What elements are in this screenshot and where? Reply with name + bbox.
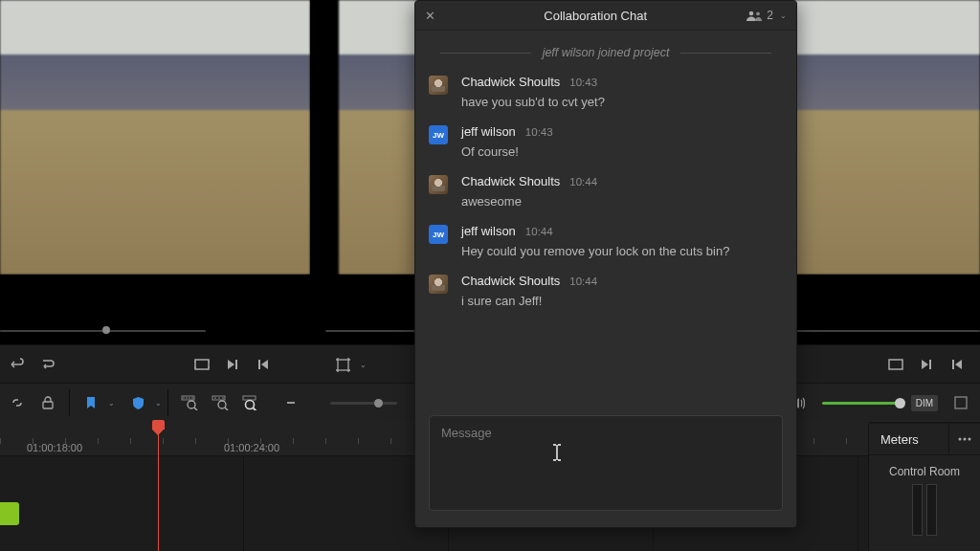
mute-box-icon[interactable]	[949, 391, 972, 414]
message-author: Chadwick Shoults	[461, 174, 560, 188]
match-frame-right-icon[interactable]	[884, 353, 907, 376]
chat-message: Chadwick Shoults10:44i sure can Jeff!	[429, 274, 783, 308]
svg-point-19	[756, 11, 760, 15]
svg-point-9	[188, 401, 195, 408]
next-clip-right-icon[interactable]	[915, 353, 938, 376]
avatar	[429, 275, 448, 294]
message-text: Hey could you remove your lock on the cu…	[461, 244, 729, 258]
avatar: JW	[429, 225, 448, 244]
chat-header: ✕ Collaboration Chat 2 ⌄	[415, 1, 796, 31]
zoom-slider-thumb[interactable]	[374, 399, 383, 408]
meters-title: Meters	[869, 432, 948, 447]
message-time: 10:44	[525, 226, 553, 237]
svg-rect-6	[952, 360, 954, 369]
chevron-down-icon: ⌄	[780, 11, 787, 20]
prev-clip-right-icon[interactable]	[946, 353, 969, 376]
chevron-down-icon[interactable]: ⌄	[360, 361, 367, 369]
svg-rect-0	[195, 360, 209, 369]
chat-title: Collaboration Chat	[444, 9, 746, 23]
green-marker[interactable]	[0, 502, 19, 525]
message-time: 10:43	[525, 126, 553, 138]
separator	[69, 389, 70, 416]
source-viewer[interactable]	[0, 0, 310, 275]
message-time: 10:44	[569, 176, 597, 187]
volume-slider-thumb[interactable]	[895, 398, 905, 408]
avatar	[429, 175, 448, 194]
svg-rect-2	[258, 360, 260, 369]
dim-button[interactable]: DIM	[911, 395, 938, 411]
track-divider	[858, 455, 858, 551]
message-input[interactable]	[429, 415, 783, 511]
message-text: i sure can Jeff!	[461, 294, 597, 308]
loop-back-icon[interactable]	[6, 353, 29, 376]
range-zoom-in-icon[interactable]	[178, 391, 201, 414]
svg-point-18	[749, 11, 754, 15]
collaboration-chat-panel: ✕ Collaboration Chat 2 ⌄ jeff wilson joi…	[414, 0, 797, 528]
participants-count: 2	[767, 9, 773, 22]
svg-rect-7	[43, 402, 53, 408]
svg-rect-1	[235, 360, 237, 369]
control-room-label: Control Room	[869, 455, 980, 484]
playhead[interactable]	[158, 421, 159, 551]
zoom-out-minus-icon[interactable]	[279, 391, 302, 414]
svg-point-13	[246, 401, 255, 409]
avatar: JW	[429, 125, 448, 144]
close-icon[interactable]: ✕	[415, 9, 444, 23]
meters-panel: Meters Control Room	[868, 424, 980, 551]
source-scrub-thumb[interactable]	[102, 326, 110, 334]
shield-icon[interactable]	[126, 391, 149, 414]
next-clip-icon[interactable]	[221, 353, 244, 376]
chat-message: JWjeff wilson10:44Hey could you remove y…	[429, 224, 783, 258]
range-zoom-out-icon[interactable]	[209, 391, 232, 414]
match-frame-icon[interactable]	[190, 353, 213, 376]
prev-clip-icon[interactable]	[252, 353, 275, 376]
chevron-down-icon[interactable]: ⌄	[155, 399, 162, 408]
message-time: 10:44	[569, 276, 597, 287]
crop-tool-icon[interactable]	[331, 353, 354, 376]
zoom-slider-track[interactable]	[330, 402, 397, 405]
svg-rect-4	[889, 360, 902, 369]
svg-rect-12	[243, 396, 256, 400]
svg-point-17	[969, 438, 971, 441]
message-author: Chadwick Shoults	[461, 274, 560, 288]
chat-message: Chadwick Shoults10:43have you sub'd to c…	[429, 75, 783, 109]
svg-point-15	[959, 438, 962, 441]
lock-icon[interactable]	[36, 391, 59, 414]
participants-button[interactable]: 2 ⌄	[746, 9, 796, 22]
avatar	[429, 76, 448, 95]
message-author: Chadwick Shoults	[461, 75, 560, 89]
join-notice: jeff wilson joined project	[429, 46, 783, 59]
link-icon[interactable]	[6, 391, 29, 414]
timecode-label: 01:00:18:00	[27, 442, 82, 453]
svg-point-16	[964, 438, 967, 441]
separator	[167, 389, 168, 416]
svg-rect-3	[338, 360, 348, 370]
message-text: aweseome	[461, 194, 597, 209]
bookmark-icon[interactable]	[79, 391, 102, 414]
timecode-label: 01:00:24:00	[224, 442, 279, 453]
chat-message: Chadwick Shoults10:44aweseome	[429, 174, 783, 209]
svg-point-11	[218, 401, 226, 408]
chat-message: JWjeff wilson10:43Of course!	[429, 124, 783, 159]
track-divider	[243, 455, 244, 551]
message-text: have you sub'd to cvt yet?	[461, 95, 605, 109]
message-text: Of course!	[461, 144, 553, 159]
loop-icon[interactable]	[36, 353, 59, 376]
meter-bars	[869, 484, 980, 536]
message-author: jeff wilson	[461, 124, 516, 139]
chevron-down-icon[interactable]: ⌄	[108, 399, 115, 408]
more-options-icon[interactable]	[948, 424, 980, 454]
svg-rect-14	[955, 397, 967, 408]
chat-body: jeff wilson joined project Chadwick Shou…	[415, 31, 796, 402]
volume-slider-track[interactable]	[822, 402, 903, 405]
message-author: jeff wilson	[461, 224, 516, 238]
people-icon	[746, 11, 762, 21]
custom-zoom-icon[interactable]	[239, 391, 262, 414]
message-time: 10:43	[569, 77, 597, 88]
svg-rect-5	[929, 360, 931, 369]
